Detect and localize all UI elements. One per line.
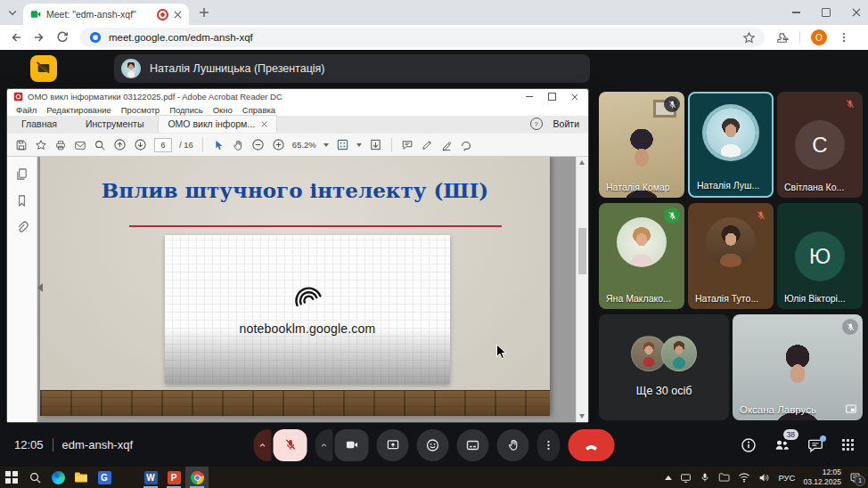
attachments-icon[interactable] bbox=[15, 221, 29, 234]
menu-file[interactable]: Файл bbox=[16, 105, 37, 115]
word-icon[interactable]: W bbox=[139, 467, 162, 488]
print-icon[interactable] bbox=[54, 139, 67, 151]
sidebar-collapse-icon[interactable] bbox=[37, 283, 43, 292]
window-maximize-button[interactable] bbox=[822, 8, 831, 17]
meeting-details-button[interactable] bbox=[741, 437, 757, 453]
start-button[interactable] bbox=[0, 467, 23, 488]
page-number-input[interactable]: 6 bbox=[154, 138, 172, 152]
taskbar-clock[interactable]: 12:05 03.12.2025 bbox=[803, 468, 841, 486]
activities-button[interactable] bbox=[840, 437, 856, 452]
mic-options-chevron[interactable] bbox=[254, 429, 272, 461]
hidden-icons-chevron[interactable] bbox=[665, 476, 672, 480]
menu-view[interactable]: Просмотр bbox=[121, 105, 160, 115]
present-screen-button[interactable] bbox=[377, 429, 409, 461]
mic-toggle-button[interactable] bbox=[274, 429, 307, 461]
tab-document-close-icon[interactable] bbox=[261, 121, 267, 127]
bookmarks-icon[interactable] bbox=[15, 194, 29, 207]
reload-icon[interactable] bbox=[55, 30, 70, 45]
star-icon[interactable] bbox=[35, 139, 47, 151]
profile-avatar[interactable]: O bbox=[811, 29, 827, 45]
browser-tab[interactable]: Meet: "edm-ansh-xqf" bbox=[23, 4, 189, 25]
page-display-dropdown-icon[interactable] bbox=[356, 143, 362, 147]
participant-tile[interactable]: Яна Маклако... bbox=[599, 203, 684, 309]
zoom-level-value[interactable]: 65.2% bbox=[292, 140, 316, 150]
hand-tool-icon[interactable] bbox=[232, 139, 244, 151]
scrollbar-thumb[interactable] bbox=[578, 228, 586, 274]
camera-off-warning-button[interactable] bbox=[30, 55, 57, 82]
new-tab-button[interactable] bbox=[198, 6, 210, 19]
tab-document[interactable]: ОМО викл інформ... bbox=[158, 115, 277, 133]
pencil-icon[interactable] bbox=[421, 139, 433, 151]
comment-icon[interactable] bbox=[401, 139, 414, 151]
save-icon[interactable] bbox=[15, 139, 28, 151]
participant-tile-speaking[interactable]: Наталія Луш... bbox=[688, 92, 774, 198]
tray-mic-icon[interactable] bbox=[700, 472, 710, 483]
acrobat-minimize-button[interactable] bbox=[526, 96, 533, 97]
fill-and-sign-icon[interactable] bbox=[460, 139, 472, 151]
presenter-chip[interactable]: Наталія Лушницька (Презентація) bbox=[114, 54, 590, 83]
tab-close-icon[interactable] bbox=[174, 11, 182, 19]
picture-in-picture-icon[interactable] bbox=[845, 403, 857, 415]
participant-tile[interactable]: Наталія Туто... bbox=[688, 203, 774, 309]
chat-button[interactable] bbox=[807, 437, 823, 453]
reactions-button[interactable] bbox=[417, 429, 449, 461]
raise-hand-button[interactable] bbox=[497, 429, 529, 461]
sign-icon[interactable] bbox=[440, 139, 453, 151]
camera-options-chevron[interactable] bbox=[315, 429, 333, 461]
back-icon[interactable] bbox=[9, 30, 23, 45]
edge-icon[interactable] bbox=[46, 467, 70, 488]
chrome-icon[interactable] bbox=[185, 467, 209, 488]
scroll-down-icon[interactable] bbox=[579, 414, 585, 419]
participants-button[interactable]: 38 bbox=[774, 436, 790, 453]
file-explorer-icon[interactable] bbox=[70, 467, 93, 488]
notification-center-button[interactable]: 1 bbox=[849, 472, 861, 484]
participant-tile[interactable]: Оксана Лаврусь bbox=[733, 314, 863, 420]
url-bar[interactable]: meet.google.com/edm-ansh-xqf bbox=[80, 28, 765, 47]
participant-tile[interactable]: Наталія Комар bbox=[599, 92, 684, 198]
tray-volume-icon[interactable] bbox=[758, 472, 770, 484]
more-participants-tile[interactable]: Ще 30 осіб bbox=[599, 314, 729, 420]
email-icon[interactable] bbox=[74, 139, 86, 151]
tray-wifi-icon[interactable] bbox=[738, 472, 750, 483]
bookmark-star-icon[interactable] bbox=[742, 31, 756, 45]
window-close-button[interactable] bbox=[852, 8, 861, 17]
more-options-button[interactable] bbox=[537, 429, 561, 461]
tray-display-icon[interactable] bbox=[680, 472, 692, 484]
tab-home[interactable]: Главная bbox=[7, 116, 71, 133]
menu-edit[interactable]: Редактирование bbox=[46, 105, 111, 115]
tab-tools[interactable]: Инструменты bbox=[71, 116, 158, 133]
page-thumbnails-icon[interactable] bbox=[15, 167, 29, 181]
zoom-out-icon[interactable] bbox=[251, 138, 265, 151]
menu-help[interactable]: Справка bbox=[242, 105, 275, 115]
scroll-up-icon[interactable] bbox=[579, 160, 585, 165]
end-call-button[interactable] bbox=[569, 429, 615, 461]
participant-tile[interactable]: Ю Юлія Вікторі... bbox=[777, 203, 863, 309]
tray-usb-icon[interactable] bbox=[718, 472, 730, 483]
language-indicator[interactable]: РУС bbox=[778, 473, 795, 483]
captions-button[interactable] bbox=[457, 429, 489, 461]
acrobat-close-button[interactable] bbox=[571, 94, 578, 101]
document-area[interactable]: Вплив штучного інтелекту (ШІ) notebooklm… bbox=[37, 157, 576, 422]
zoom-dropdown-icon[interactable] bbox=[323, 143, 329, 147]
browser-menu-icon[interactable] bbox=[838, 31, 850, 44]
acrobat-maximize-button[interactable] bbox=[548, 93, 556, 101]
forward-icon[interactable] bbox=[32, 30, 46, 45]
camera-toggle-button[interactable] bbox=[335, 429, 369, 461]
previous-page-icon[interactable] bbox=[113, 138, 127, 151]
menu-window[interactable]: Окно bbox=[213, 105, 233, 115]
zoom-in-icon[interactable] bbox=[272, 138, 285, 151]
tab-search-icon[interactable] bbox=[7, 7, 18, 18]
fit-width-icon[interactable] bbox=[369, 138, 382, 151]
help-icon[interactable]: ? bbox=[530, 118, 543, 130]
powerpoint-icon[interactable]: P bbox=[162, 467, 185, 488]
extensions-icon[interactable] bbox=[775, 31, 789, 45]
document-scrollbar[interactable] bbox=[576, 157, 588, 422]
g-app-icon[interactable]: G bbox=[93, 467, 116, 488]
window-minimize-button[interactable] bbox=[792, 12, 800, 13]
sign-in-button[interactable]: Войти bbox=[553, 118, 579, 129]
menu-sign[interactable]: Подпись bbox=[169, 105, 203, 115]
select-tool-icon[interactable] bbox=[212, 139, 225, 151]
site-info-icon[interactable] bbox=[89, 31, 102, 44]
participant-tile[interactable]: C Світлана Ко... bbox=[777, 92, 863, 198]
search-icon[interactable] bbox=[94, 139, 106, 151]
